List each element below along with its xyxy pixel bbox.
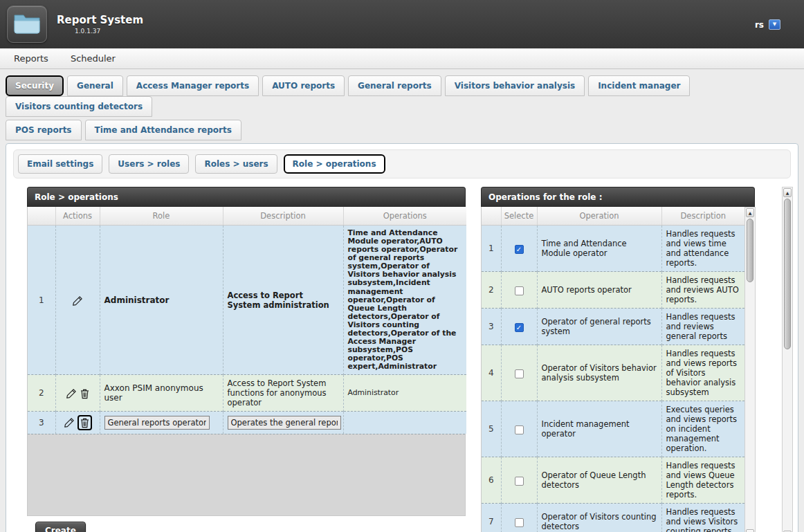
tab-incident-manager[interactable]: Incident manager <box>588 75 690 96</box>
operation-row-5: 5Incident management operatorExecutes qu… <box>482 401 744 457</box>
tab-pos-reports[interactable]: POS reports <box>6 120 82 140</box>
role-name-cell: Administrator <box>100 226 223 375</box>
role-name-input[interactable] <box>104 416 210 430</box>
roles-table: ActionsRoleDescriptionOperations 1Admini… <box>28 207 466 434</box>
tab-time-and-attendance-reports[interactable]: Time and Attendance reports <box>85 120 241 140</box>
operations-table-body: 1✓Time and Attendance Module operatorHan… <box>482 226 744 532</box>
role-operations-cell: Time and Attendance Module operator,AUTO… <box>343 226 466 375</box>
operation-row-3: 3✓Operator of general reports systemHand… <box>482 309 744 345</box>
subtab-users-roles[interactable]: Users > roles <box>109 154 189 174</box>
content-panel: Email settingsUsers > rolesRoles > users… <box>6 143 798 532</box>
column-header-description: Description <box>223 207 343 226</box>
subtab-role-operations[interactable]: Role > operations <box>284 154 385 174</box>
operation-name-cell: AUTO reports operator <box>537 272 661 309</box>
operation-select-cell <box>501 345 537 401</box>
roles-table-empty-area <box>28 434 465 515</box>
operation-select-cell: ✓ <box>501 226 537 272</box>
operation-checkbox[interactable] <box>515 369 524 378</box>
operation-checkbox[interactable] <box>515 425 524 434</box>
operation-select-cell <box>501 401 537 457</box>
row-number: 7 <box>482 504 501 532</box>
tab-general[interactable]: General <box>67 75 123 96</box>
subtab-roles-users[interactable]: Roles > users <box>195 154 277 174</box>
role-operations-cell <box>343 412 466 434</box>
operations-table-header: SelecteOperationDescription <box>482 207 744 226</box>
create-button[interactable]: Create <box>35 522 86 532</box>
tab-visitors-behavior-analysis[interactable]: Visitors behavior analysis <box>445 75 585 96</box>
scroll-up-icon[interactable]: ▲ <box>783 188 792 197</box>
operation-description-cell: Handles requests and views time and atte… <box>661 226 744 272</box>
row-number: 2 <box>482 272 501 309</box>
tab-access-manager-reports[interactable]: Access Manager reports <box>127 75 259 96</box>
row-number: 2 <box>28 375 55 412</box>
menu-item-reports[interactable]: Reports <box>14 53 48 64</box>
sub-tabs: Email settingsUsers > rolesRoles > users… <box>13 149 791 178</box>
app-logo <box>7 6 47 43</box>
roles-table-header: ActionsRoleDescriptionOperations <box>28 207 466 226</box>
tab-auto-reports[interactable]: AUTO reports <box>262 75 345 96</box>
tab-general-reports[interactable]: General reports <box>348 75 441 96</box>
operations-panel-title: Operations for the role : <box>481 187 755 207</box>
scroll-down-icon[interactable]: ▼ <box>746 529 754 532</box>
subtab-email-settings[interactable]: Email settings <box>18 154 102 174</box>
role-actions <box>55 375 100 412</box>
operation-description-cell: Handles requests and reviews general rep… <box>661 309 744 345</box>
operations-vertical-scrollbar[interactable]: ▲ ▼ <box>744 207 756 532</box>
user-area: rs ▼ <box>755 19 780 30</box>
operations-table-area: SelecteOperationDescription 1✓Time and A… <box>481 207 755 532</box>
operation-checkbox[interactable] <box>515 518 524 527</box>
roles-table-body: 1AdministratorAccess to Report System ad… <box>28 226 466 434</box>
delete-role-icon[interactable] <box>77 415 92 430</box>
menubar: ReportsScheduler <box>0 48 804 69</box>
tab-visitors-counting-detectors[interactable]: Visitors counting detectors <box>6 96 152 117</box>
operation-row-7: 7Operator of Visitors counting detectors… <box>482 504 744 532</box>
edit-role-icon[interactable] <box>66 388 77 399</box>
page-vertical-scrollbar[interactable]: ▲ ▼ <box>782 187 793 532</box>
main-tabs: SecurityGeneralAccess Manager reportsAUT… <box>0 69 804 140</box>
tab-security[interactable]: Security <box>6 75 64 96</box>
operation-description-cell: Handles requests and views Queue Length … <box>661 457 744 504</box>
edit-role-icon[interactable] <box>72 295 83 306</box>
operation-description-cell: Handles requests and views Visitors coun… <box>661 504 744 532</box>
role-description-cell: Access to Report System functions for an… <box>223 375 343 412</box>
role-row-2: 2Axxon PSIM anonymous userAccess to Repo… <box>28 375 466 412</box>
user-menu-button[interactable]: ▼ <box>769 19 780 30</box>
row-number: 3 <box>482 309 501 345</box>
operation-row-1: 1✓Time and Attendance Module operatorHan… <box>482 226 744 272</box>
app-version: 1.0.1.37 <box>75 28 143 35</box>
role-description-cell <box>223 412 343 434</box>
operation-checkbox[interactable]: ✓ <box>515 245 524 254</box>
scroll-up-icon[interactable]: ▲ <box>746 208 754 217</box>
role-description-cell: Access to Report System administration <box>223 226 343 375</box>
operation-description-cell: Handles requests and reviews AUTO report… <box>661 272 744 309</box>
role-operations-cell: Administrator <box>343 375 466 412</box>
main-tabs-row2: POS reportsTime and Attendance reports <box>6 120 798 140</box>
operation-select-cell: ✓ <box>501 309 537 345</box>
roles-table-area: ActionsRoleDescriptionOperations 1Admini… <box>27 207 466 516</box>
delete-role-icon[interactable] <box>80 388 90 399</box>
row-number: 1 <box>28 226 55 375</box>
role-description-input[interactable] <box>228 416 341 430</box>
operations-panel: Operations for the role : SelecteOperati… <box>481 187 755 532</box>
operation-checkbox[interactable] <box>515 477 524 486</box>
operation-checkbox[interactable] <box>515 286 524 295</box>
edit-role-icon[interactable] <box>64 417 75 428</box>
title-block: Report System 1.0.1.37 <box>57 14 143 35</box>
operation-description-cell: Handles requests and views reports of Vi… <box>661 345 744 401</box>
role-row-3: 3 <box>28 412 466 434</box>
operation-name-cell: Incident management operator <box>537 401 661 457</box>
column-header-selecte: Selecte <box>501 207 537 226</box>
page-scrollbar-thumb[interactable] <box>784 199 791 349</box>
operation-checkbox[interactable]: ✓ <box>515 323 524 332</box>
operation-name-cell: Operator of general reports system <box>537 309 661 345</box>
column-header-row-number <box>28 207 55 226</box>
column-header-operations: Operations <box>343 207 466 226</box>
roles-panel: Role > operations ActionsRoleDescription… <box>27 187 466 532</box>
operation-select-cell <box>501 457 537 504</box>
role-actions <box>55 226 100 375</box>
operations-table: SelecteOperationDescription 1✓Time and A… <box>482 207 744 532</box>
operations-scrollbar-thumb[interactable] <box>747 219 753 282</box>
menu-item-scheduler[interactable]: Scheduler <box>71 53 116 64</box>
row-number: 1 <box>482 226 501 272</box>
chevron-down-icon: ▼ <box>773 22 776 27</box>
